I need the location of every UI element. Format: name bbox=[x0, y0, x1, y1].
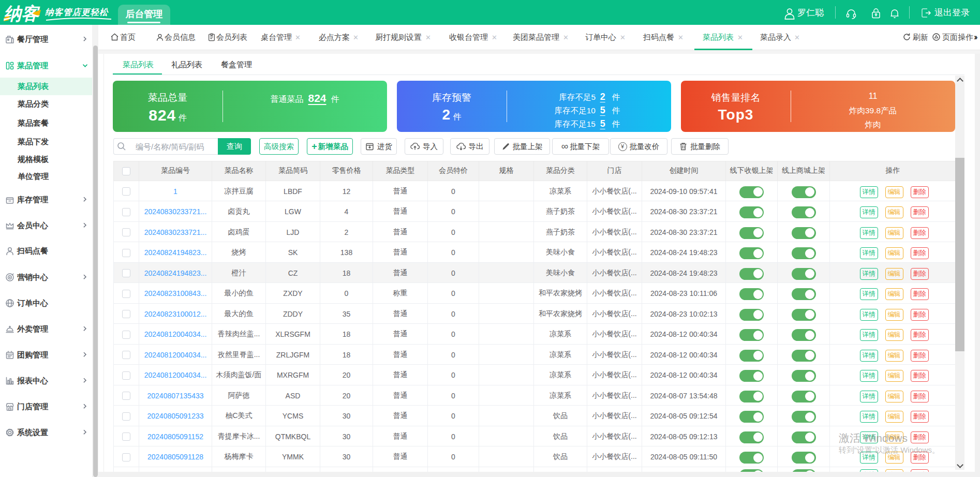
svg-text:纳客管店更轻松: 纳客管店更轻松 bbox=[45, 7, 109, 17]
svg-text:纳客: 纳客 bbox=[4, 4, 40, 23]
